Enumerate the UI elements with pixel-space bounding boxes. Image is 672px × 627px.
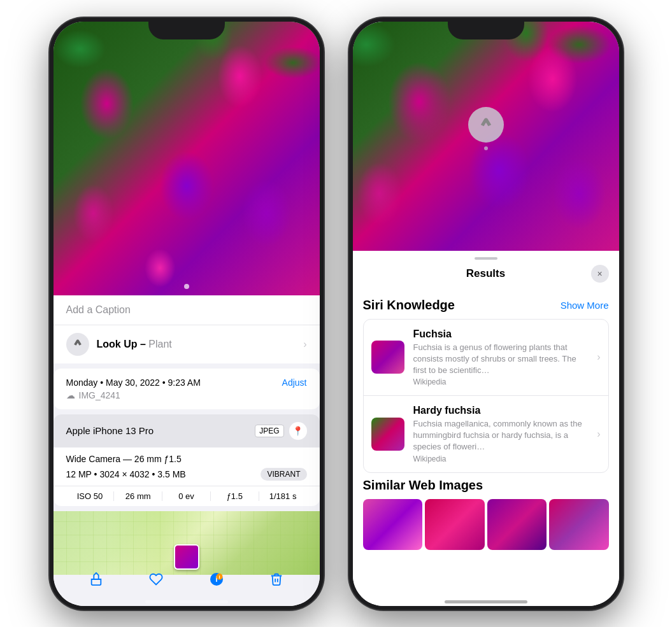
home-indicator-left — [145, 600, 228, 603]
photo-area-left[interactable] — [54, 22, 320, 295]
knowledge-item-hardy[interactable]: Hardy fuchsia Fuchsia magellanica, commo… — [364, 396, 608, 472]
fuchsia-text: Fuchsia Fuchsia is a genus of flowering … — [413, 328, 589, 387]
hardy-text: Hardy fuchsia Fuchsia magellanica, commo… — [413, 405, 589, 463]
info-area: Add a Caption Look Up – Plant › Monday •… — [54, 295, 320, 606]
hardy-source: Wikipedia — [413, 454, 589, 463]
fuchsia-thumbnail — [371, 341, 404, 374]
exif-focal: 26 mm — [114, 491, 162, 501]
similar-images — [363, 499, 609, 550]
siri-knowledge-header: Siri Knowledge Show More — [363, 298, 609, 313]
camera-line2: 12 MP • 3024 × 4032 • 3.5 MB — [66, 469, 186, 479]
hardy-desc: Fuchsia magellanica, commonly known as t… — [413, 418, 589, 453]
fuchsia-desc: Fuchsia is a genus of flowering plants t… — [413, 342, 589, 377]
hardy-name: Hardy fuchsia — [413, 405, 589, 416]
knowledge-card: Fuchsia Fuchsia is a genus of flowering … — [363, 319, 609, 473]
sheet-content[interactable]: Siri Knowledge Show More Fuchsia Fuchsia… — [353, 288, 619, 606]
lookup-label: Look Up – Plant — [97, 339, 172, 350]
exif-ev: 0 ev — [162, 491, 211, 501]
sheet-title: Results — [466, 267, 505, 280]
hardy-thumbnail — [371, 418, 404, 451]
sheet-header: Results × — [353, 260, 619, 288]
similar-image-3[interactable] — [487, 499, 547, 550]
meta-card: Monday • May 30, 2022 • 9:23 AM Adjust ☁… — [54, 369, 320, 409]
hardy-chevron: › — [597, 428, 600, 440]
photo-area-right[interactable] — [353, 22, 619, 251]
lookup-icon — [66, 333, 89, 356]
fuchsia-name: Fuchsia — [413, 328, 589, 340]
exif-shutter: 1/181 s — [259, 491, 307, 501]
like-button[interactable] — [142, 565, 170, 593]
info-button[interactable]: i i — [203, 565, 231, 593]
show-more-button[interactable]: Show More — [561, 300, 609, 311]
caption-placeholder[interactable]: Add a Caption — [66, 304, 131, 315]
cloud-icon: ☁ — [66, 390, 75, 400]
similar-title: Similar Web Images — [363, 478, 609, 493]
svg-text:i: i — [218, 574, 220, 580]
siri-fab[interactable] — [468, 107, 504, 143]
lookup-row[interactable]: Look Up – Plant › — [54, 325, 320, 363]
right-phone: Results × Siri Knowledge Show More — [349, 18, 623, 610]
exif-row: ISO 50 26 mm 0 ev ƒ1.5 1/181 s — [54, 486, 320, 506]
vibrant-badge: VIBRANT — [261, 468, 306, 481]
exif-iso: ISO 50 — [66, 491, 115, 501]
similar-image-2[interactable] — [425, 499, 485, 550]
meta-filename: IMG_4241 — [79, 390, 120, 400]
device-name: Apple iPhone 13 Pro — [66, 425, 154, 436]
share-button[interactable] — [82, 565, 110, 593]
fuchsia-chevron: › — [597, 351, 600, 363]
exif-aperture: ƒ1.5 — [211, 491, 259, 501]
adjust-button[interactable]: Adjust — [282, 377, 307, 388]
siri-knowledge-title: Siri Knowledge — [363, 298, 455, 313]
toolbar: i i — [54, 565, 320, 593]
similar-image-4[interactable] — [549, 499, 609, 550]
similar-section: Similar Web Images — [363, 478, 609, 550]
knowledge-item-fuchsia[interactable]: Fuchsia Fuchsia is a genus of flowering … — [364, 320, 608, 397]
meta-date: Monday • May 30, 2022 • 9:23 AM — [66, 377, 201, 388]
camera-line1: Wide Camera — 26 mm ƒ1.5 — [66, 454, 182, 464]
caption-row[interactable]: Add a Caption — [54, 295, 320, 325]
fuchsia-source: Wikipedia — [413, 377, 589, 386]
siri-fab-dot — [484, 146, 488, 150]
location-icon: 📍 — [289, 422, 307, 440]
left-phone: Add a Caption Look Up – Plant › Monday •… — [50, 18, 324, 610]
lookup-chevron: › — [303, 339, 306, 350]
results-sheet: Results × Siri Knowledge Show More — [353, 251, 619, 606]
delete-button[interactable] — [262, 565, 290, 593]
page-dot-indicator — [184, 284, 189, 289]
sheet-close-button[interactable]: × — [591, 265, 609, 283]
home-indicator-right — [445, 600, 527, 603]
format-badge: JPEG — [255, 425, 283, 437]
device-card: Apple iPhone 13 Pro JPEG 📍 Wide Camera —… — [54, 414, 320, 506]
similar-image-1[interactable] — [363, 499, 423, 550]
